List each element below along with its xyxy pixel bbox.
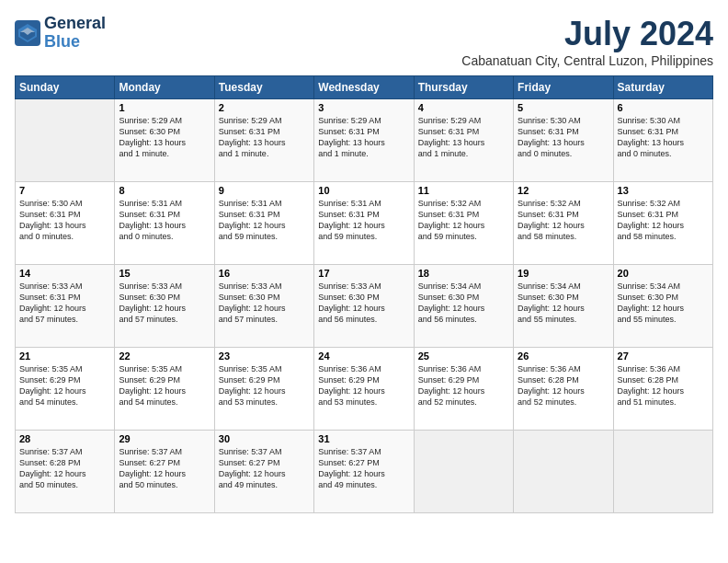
day-info: Sunrise: 5:29 AM Sunset: 6:31 PM Dayligh… xyxy=(219,115,310,160)
day-header-sunday: Sunday xyxy=(16,76,115,99)
day-info: Sunrise: 5:36 AM Sunset: 6:28 PM Dayligh… xyxy=(518,363,609,408)
calendar-cell xyxy=(613,431,712,513)
calendar-week-row: 21Sunrise: 5:35 AM Sunset: 6:29 PM Dayli… xyxy=(16,348,713,431)
calendar-cell: 17Sunrise: 5:33 AM Sunset: 6:30 PM Dayli… xyxy=(314,265,414,348)
day-number: 28 xyxy=(19,433,110,444)
calendar-cell: 22Sunrise: 5:35 AM Sunset: 6:29 PM Dayli… xyxy=(115,348,214,431)
day-info: Sunrise: 5:33 AM Sunset: 6:31 PM Dayligh… xyxy=(19,281,110,326)
day-header-saturday: Saturday xyxy=(613,76,712,99)
day-info: Sunrise: 5:34 AM Sunset: 6:30 PM Dayligh… xyxy=(418,281,509,326)
calendar-cell: 6Sunrise: 5:30 AM Sunset: 6:31 PM Daylig… xyxy=(613,99,712,182)
calendar-cell: 27Sunrise: 5:36 AM Sunset: 6:28 PM Dayli… xyxy=(613,348,712,431)
day-info: Sunrise: 5:34 AM Sunset: 6:30 PM Dayligh… xyxy=(618,281,709,326)
logo-text: General Blue xyxy=(44,15,106,52)
day-number: 29 xyxy=(119,433,210,444)
day-info: Sunrise: 5:37 AM Sunset: 6:28 PM Dayligh… xyxy=(19,446,110,491)
day-info: Sunrise: 5:35 AM Sunset: 6:29 PM Dayligh… xyxy=(219,363,310,408)
day-info: Sunrise: 5:33 AM Sunset: 6:30 PM Dayligh… xyxy=(219,281,310,326)
day-info: Sunrise: 5:35 AM Sunset: 6:29 PM Dayligh… xyxy=(19,363,110,408)
calendar-cell: 26Sunrise: 5:36 AM Sunset: 6:28 PM Dayli… xyxy=(514,348,613,431)
day-info: Sunrise: 5:33 AM Sunset: 6:30 PM Dayligh… xyxy=(119,281,210,326)
day-number: 17 xyxy=(318,268,409,279)
day-header-friday: Friday xyxy=(514,76,613,99)
calendar-cell: 12Sunrise: 5:32 AM Sunset: 6:31 PM Dayli… xyxy=(514,182,613,265)
calendar-cell: 9Sunrise: 5:31 AM Sunset: 6:31 PM Daylig… xyxy=(214,182,313,265)
day-info: Sunrise: 5:36 AM Sunset: 6:28 PM Dayligh… xyxy=(618,363,709,408)
calendar-cell: 20Sunrise: 5:34 AM Sunset: 6:30 PM Dayli… xyxy=(613,265,712,348)
day-info: Sunrise: 5:32 AM Sunset: 6:31 PM Dayligh… xyxy=(518,198,609,243)
title-block: July 2024 Cabanatuan City, Central Luzon… xyxy=(461,15,713,68)
day-number: 27 xyxy=(618,350,709,362)
day-info: Sunrise: 5:29 AM Sunset: 6:30 PM Dayligh… xyxy=(119,115,210,160)
day-number: 4 xyxy=(418,102,509,113)
day-info: Sunrise: 5:34 AM Sunset: 6:30 PM Dayligh… xyxy=(518,281,609,326)
day-number: 11 xyxy=(418,185,509,196)
day-info: Sunrise: 5:32 AM Sunset: 6:31 PM Dayligh… xyxy=(418,198,509,243)
calendar-cell: 24Sunrise: 5:36 AM Sunset: 6:29 PM Dayli… xyxy=(314,348,414,431)
day-number: 8 xyxy=(119,185,210,196)
calendar-cell: 2Sunrise: 5:29 AM Sunset: 6:31 PM Daylig… xyxy=(214,99,313,182)
day-info: Sunrise: 5:30 AM Sunset: 6:31 PM Dayligh… xyxy=(19,198,110,243)
day-header-wednesday: Wednesday xyxy=(314,76,414,99)
calendar-cell: 1Sunrise: 5:29 AM Sunset: 6:30 PM Daylig… xyxy=(115,99,214,182)
calendar-cell: 3Sunrise: 5:29 AM Sunset: 6:31 PM Daylig… xyxy=(314,99,414,182)
page-header: General Blue July 2024 Cabanatuan City, … xyxy=(15,15,713,68)
day-info: Sunrise: 5:35 AM Sunset: 6:29 PM Dayligh… xyxy=(119,363,210,408)
day-number: 3 xyxy=(318,102,409,113)
calendar-cell: 10Sunrise: 5:31 AM Sunset: 6:31 PM Dayli… xyxy=(314,182,414,265)
logo-icon xyxy=(15,20,40,46)
day-info: Sunrise: 5:29 AM Sunset: 6:31 PM Dayligh… xyxy=(418,115,509,160)
calendar-week-row: 14Sunrise: 5:33 AM Sunset: 6:31 PM Dayli… xyxy=(16,265,713,348)
calendar-cell: 29Sunrise: 5:37 AM Sunset: 6:27 PM Dayli… xyxy=(115,431,214,513)
calendar-cell: 15Sunrise: 5:33 AM Sunset: 6:30 PM Dayli… xyxy=(115,265,214,348)
day-info: Sunrise: 5:32 AM Sunset: 6:31 PM Dayligh… xyxy=(618,198,709,243)
calendar-week-row: 28Sunrise: 5:37 AM Sunset: 6:28 PM Dayli… xyxy=(16,431,713,513)
day-info: Sunrise: 5:37 AM Sunset: 6:27 PM Dayligh… xyxy=(219,446,310,491)
calendar-cell: 5Sunrise: 5:30 AM Sunset: 6:31 PM Daylig… xyxy=(514,99,613,182)
location-subtitle: Cabanatuan City, Central Luzon, Philippi… xyxy=(461,53,713,68)
calendar-cell xyxy=(16,99,115,182)
day-info: Sunrise: 5:37 AM Sunset: 6:27 PM Dayligh… xyxy=(119,446,210,491)
calendar-week-row: 1Sunrise: 5:29 AM Sunset: 6:30 PM Daylig… xyxy=(16,99,713,182)
day-number: 30 xyxy=(219,433,310,444)
day-number: 14 xyxy=(19,268,110,279)
calendar-cell: 21Sunrise: 5:35 AM Sunset: 6:29 PM Dayli… xyxy=(16,348,115,431)
calendar-cell: 7Sunrise: 5:30 AM Sunset: 6:31 PM Daylig… xyxy=(16,182,115,265)
calendar-cell xyxy=(414,431,513,513)
day-info: Sunrise: 5:36 AM Sunset: 6:29 PM Dayligh… xyxy=(418,363,509,408)
day-info: Sunrise: 5:30 AM Sunset: 6:31 PM Dayligh… xyxy=(618,115,709,160)
calendar-cell: 28Sunrise: 5:37 AM Sunset: 6:28 PM Dayli… xyxy=(16,431,115,513)
day-number: 9 xyxy=(219,185,310,196)
calendar-cell: 8Sunrise: 5:31 AM Sunset: 6:31 PM Daylig… xyxy=(115,182,214,265)
day-number: 16 xyxy=(219,268,310,279)
calendar-table: SundayMondayTuesdayWednesdayThursdayFrid… xyxy=(15,75,713,513)
calendar-cell: 14Sunrise: 5:33 AM Sunset: 6:31 PM Dayli… xyxy=(16,265,115,348)
day-number: 1 xyxy=(119,102,210,113)
day-number: 15 xyxy=(119,268,210,279)
day-info: Sunrise: 5:33 AM Sunset: 6:30 PM Dayligh… xyxy=(318,281,409,326)
day-number: 24 xyxy=(318,350,409,362)
day-number: 19 xyxy=(518,268,609,279)
calendar-week-row: 7Sunrise: 5:30 AM Sunset: 6:31 PM Daylig… xyxy=(16,182,713,265)
day-number: 20 xyxy=(618,268,709,279)
day-number: 12 xyxy=(518,185,609,196)
day-header-thursday: Thursday xyxy=(414,76,513,99)
calendar-cell: 13Sunrise: 5:32 AM Sunset: 6:31 PM Dayli… xyxy=(613,182,712,265)
day-number: 5 xyxy=(518,102,609,113)
day-info: Sunrise: 5:29 AM Sunset: 6:31 PM Dayligh… xyxy=(318,115,409,160)
calendar-cell: 18Sunrise: 5:34 AM Sunset: 6:30 PM Dayli… xyxy=(414,265,513,348)
calendar-cell: 30Sunrise: 5:37 AM Sunset: 6:27 PM Dayli… xyxy=(214,431,313,513)
calendar-cell: 25Sunrise: 5:36 AM Sunset: 6:29 PM Dayli… xyxy=(414,348,513,431)
day-info: Sunrise: 5:31 AM Sunset: 6:31 PM Dayligh… xyxy=(119,198,210,243)
day-info: Sunrise: 5:36 AM Sunset: 6:29 PM Dayligh… xyxy=(318,363,409,408)
day-number: 26 xyxy=(518,350,609,362)
day-number: 18 xyxy=(418,268,509,279)
day-header-monday: Monday xyxy=(115,76,214,99)
month-year-title: July 2024 xyxy=(461,15,713,53)
day-number: 2 xyxy=(219,102,310,113)
calendar-cell: 23Sunrise: 5:35 AM Sunset: 6:29 PM Dayli… xyxy=(214,348,313,431)
day-number: 31 xyxy=(318,433,409,444)
day-info: Sunrise: 5:31 AM Sunset: 6:31 PM Dayligh… xyxy=(318,198,409,243)
day-number: 21 xyxy=(19,350,110,362)
calendar-cell xyxy=(514,431,613,513)
